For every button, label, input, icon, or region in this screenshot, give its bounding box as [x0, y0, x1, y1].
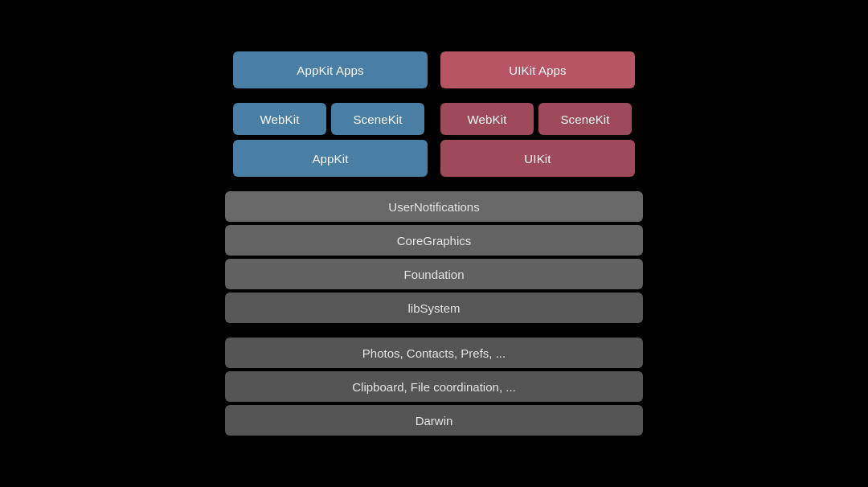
uikit-apps-label: UIKit Apps	[509, 63, 567, 77]
foundation-box: Foundation	[225, 259, 643, 289]
scenekit-uikit-box: SceneKit	[538, 103, 632, 135]
webkit-appkit-box: WebKit	[233, 103, 326, 135]
webkit-uikit-box: WebKit	[440, 103, 534, 135]
uikit-column: WebKit SceneKit UIKit	[440, 103, 635, 177]
lower-layers-row: Photos, Contacts, Prefs, ... Clipboard, …	[225, 338, 643, 436]
darwin-box: Darwin	[225, 405, 643, 436]
libsystem-label: libSystem	[407, 301, 460, 315]
uikit-apps-box: UIKit Apps	[440, 51, 635, 88]
foundation-label: Foundation	[403, 268, 464, 281]
clipboard-file-box: Clipboard, File coordination, ...	[225, 371, 643, 402]
scenekit-appkit-box: SceneKit	[331, 103, 424, 135]
libsystem-box: libSystem	[225, 293, 643, 323]
uikit-box: UIKit	[440, 140, 635, 177]
webkit-uikit-label: WebKit	[468, 113, 507, 126]
photos-contacts-box: Photos, Contacts, Prefs, ...	[225, 338, 643, 368]
shared-layers-row: UserNotifications CoreGraphics Foundatio…	[225, 191, 643, 323]
top-apps-row: AppKit Apps UIKit Apps	[225, 51, 643, 88]
clipboard-file-label: Clipboard, File coordination, ...	[352, 380, 515, 394]
appkit-sub-row: WebKit SceneKit	[233, 103, 428, 135]
coregraphics-label: CoreGraphics	[397, 234, 472, 248]
appkit-apps-box: AppKit Apps	[233, 51, 428, 88]
appkit-apps-label: AppKit Apps	[297, 63, 363, 77]
appkit-box: AppKit	[233, 140, 428, 177]
appkit-label: AppKit	[312, 152, 348, 166]
uikit-label: UIKit	[524, 152, 551, 166]
uikit-sub-row: WebKit SceneKit	[440, 103, 635, 135]
framework-diagram: AppKit Apps UIKit Apps WebKit SceneKit A…	[225, 51, 643, 436]
frameworks-row: WebKit SceneKit AppKit WebKit SceneKit	[225, 103, 643, 177]
appkit-column: WebKit SceneKit AppKit	[233, 103, 428, 177]
usernotifications-label: UserNotifications	[388, 200, 479, 214]
photos-contacts-label: Photos, Contacts, Prefs, ...	[362, 346, 506, 360]
webkit-appkit-label: WebKit	[260, 113, 300, 126]
scenekit-uikit-label: SceneKit	[560, 113, 609, 126]
usernotifications-box: UserNotifications	[225, 191, 643, 222]
darwin-label: Darwin	[416, 414, 453, 428]
coregraphics-box: CoreGraphics	[225, 225, 643, 256]
scenekit-appkit-label: SceneKit	[353, 113, 402, 126]
